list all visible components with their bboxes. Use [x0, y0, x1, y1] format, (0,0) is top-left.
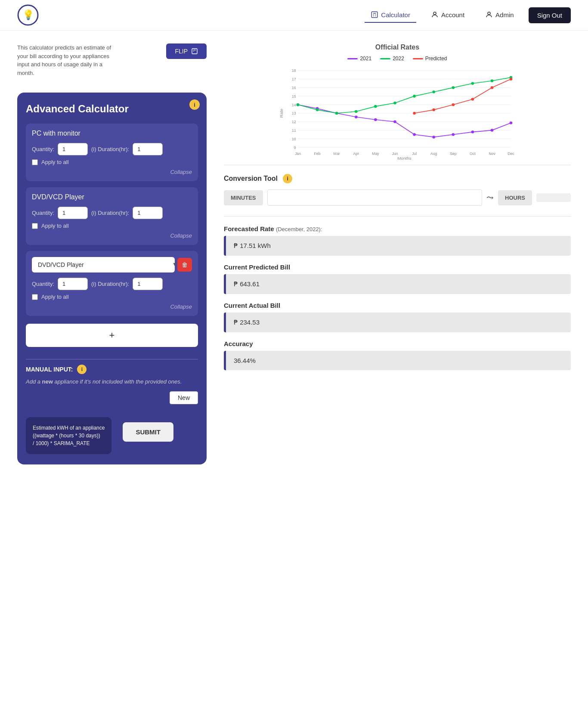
chart-title: Official Rates — [224, 43, 571, 51]
svg-rect-2 — [372, 12, 378, 18]
sign-out-button[interactable]: Sign Out — [529, 7, 571, 23]
minutes-label: MINUTES — [224, 190, 263, 205]
actual-bill-value: ₱ 234.53 — [226, 313, 267, 332]
duration-input-2[interactable] — [133, 207, 163, 219]
logo-area: 💡 — [17, 4, 39, 26]
apply-checkbox-1[interactable] — [32, 159, 38, 165]
apply-row-1: Apply to all — [32, 159, 192, 165]
svg-text:10: 10 — [292, 137, 296, 141]
conversion-section: Conversion Tool i MINUTES ⤳ HOURS — [224, 174, 571, 206]
legend-color-2022 — [380, 58, 390, 59]
svg-point-8 — [433, 12, 436, 15]
nav-admin-label: Admin — [495, 11, 514, 19]
svg-text:Feb: Feb — [314, 152, 321, 156]
main-nav: Calculator Account Admin Sign Out — [365, 7, 571, 23]
legend-2021: 2021 — [347, 56, 371, 62]
apply-label-3: Apply to all — [41, 294, 69, 300]
predicted-bill-row: Current Predicted Bill ₱ 643.61 — [224, 263, 571, 294]
quantity-input-1[interactable] — [58, 143, 88, 155]
accuracy-bar: 36.44% — [224, 351, 571, 370]
dot-2021-4 — [374, 118, 377, 121]
dot-2021-10 — [491, 129, 494, 132]
collapse-link-1[interactable]: Collapse — [32, 169, 192, 175]
svg-text:13: 13 — [292, 111, 296, 115]
svg-text:18: 18 — [292, 68, 296, 73]
formula-text: Estimated kWH of an appliance ((wattage … — [26, 417, 111, 454]
legend-label-2022: 2022 — [393, 56, 404, 62]
quantity-row-3: Quantity: (i) Duration(hr): — [32, 278, 192, 290]
dot-2021-7 — [432, 136, 435, 139]
quantity-input-3[interactable] — [58, 278, 88, 290]
dot-2021-8 — [452, 133, 455, 136]
svg-text:11: 11 — [292, 128, 296, 133]
line-2021 — [298, 105, 511, 137]
collapse-link-3[interactable]: Collapse — [32, 303, 192, 310]
dot-pred-2 — [452, 103, 455, 106]
svg-text:Rate: Rate — [279, 108, 284, 118]
svg-text:Mar: Mar — [334, 152, 340, 156]
dot-2022-6 — [413, 95, 416, 98]
apply-row-3: Apply to all — [32, 294, 192, 300]
intro-text: This calculator predicts an estimate of … — [17, 43, 121, 77]
svg-text:Jan: Jan — [295, 152, 301, 156]
apply-label-2: Apply to all — [41, 223, 69, 229]
appliance-select-3[interactable]: DVD/VCD Player — [32, 257, 175, 272]
predicted-bill-bar: ₱ 643.61 — [224, 274, 571, 294]
dot-2022-10 — [491, 79, 494, 82]
dot-pred-3 — [471, 98, 474, 101]
main-content: This calculator predicts an estimate of … — [0, 31, 588, 477]
apply-label-1: Apply to all — [41, 159, 69, 165]
collapse-link-2[interactable]: Collapse — [32, 232, 192, 239]
legend-label-2021: 2021 — [360, 56, 371, 62]
manual-desc: Add a new appliance if it's not included… — [26, 378, 198, 386]
add-appliance-button[interactable]: + — [26, 324, 198, 347]
flip-icon — [191, 48, 198, 55]
admin-icon — [485, 11, 493, 19]
apply-checkbox-2[interactable] — [32, 223, 38, 229]
dot-2022-7 — [432, 90, 435, 93]
chart-section: Official Rates 2021 2022 Predicted — [224, 43, 571, 152]
nav-calculator[interactable]: Calculator — [365, 7, 416, 23]
new-button[interactable]: New — [170, 391, 198, 404]
svg-text:Nov: Nov — [489, 152, 495, 156]
svg-text:Sep: Sep — [450, 152, 457, 156]
conversion-info-badge[interactable]: i — [283, 174, 292, 183]
duration-input-1[interactable] — [133, 143, 163, 155]
svg-text:Jul: Jul — [412, 152, 417, 156]
header: 💡 Calculator Account Admin Sign Out — [0, 0, 588, 31]
svg-point-9 — [488, 12, 490, 15]
nav-account[interactable]: Account — [425, 7, 470, 23]
calc-info-badge[interactable]: i — [189, 99, 200, 110]
apply-checkbox-3[interactable] — [32, 294, 38, 300]
calculator-icon — [371, 11, 378, 19]
accuracy-value: 36.44% — [226, 351, 263, 370]
svg-text:14: 14 — [292, 103, 296, 107]
quantity-input-2[interactable] — [58, 207, 88, 219]
nav-calculator-label: Calculator — [381, 11, 410, 19]
dot-2021-6 — [413, 133, 416, 136]
actual-bill-row: Current Actual Bill ₱ 234.53 — [224, 302, 571, 332]
dot-2022-8 — [452, 86, 455, 89]
forecasted-value: ₱ 17.51 kWh — [226, 236, 279, 256]
submit-button[interactable]: SUBMIT — [123, 422, 173, 442]
appliance-block-3: DVD/VCD Player ▼ 🗑 Quantity: (i) Duratio… — [26, 251, 198, 316]
duration-label-1: (i) Duration(hr): — [91, 146, 129, 152]
nav-admin[interactable]: Admin — [479, 7, 520, 23]
dot-2021-9 — [471, 130, 474, 133]
dot-2022-3 — [355, 110, 358, 113]
account-icon — [431, 11, 439, 19]
duration-input-3[interactable] — [133, 278, 163, 290]
dot-2022-0 — [297, 103, 300, 106]
flip-button[interactable]: FLIP — [166, 43, 207, 59]
minutes-input[interactable] — [267, 189, 483, 206]
dot-pred-5 — [510, 78, 513, 81]
dot-pred-0 — [413, 112, 416, 115]
manual-info-badge[interactable]: i — [77, 365, 87, 374]
delete-button-3[interactable]: 🗑 — [177, 258, 192, 272]
forecasted-rate-row: Forecasted Rate (December, 2022): ₱ 17.5… — [224, 225, 571, 256]
svg-text:Oct: Oct — [470, 152, 476, 156]
dot-2021-3 — [355, 116, 358, 119]
appliance-block-2: DVD/VCD Player Quantity: (i) Duration(hr… — [26, 187, 198, 245]
apply-row-2: Apply to all — [32, 223, 192, 229]
svg-text:12: 12 — [292, 120, 296, 124]
